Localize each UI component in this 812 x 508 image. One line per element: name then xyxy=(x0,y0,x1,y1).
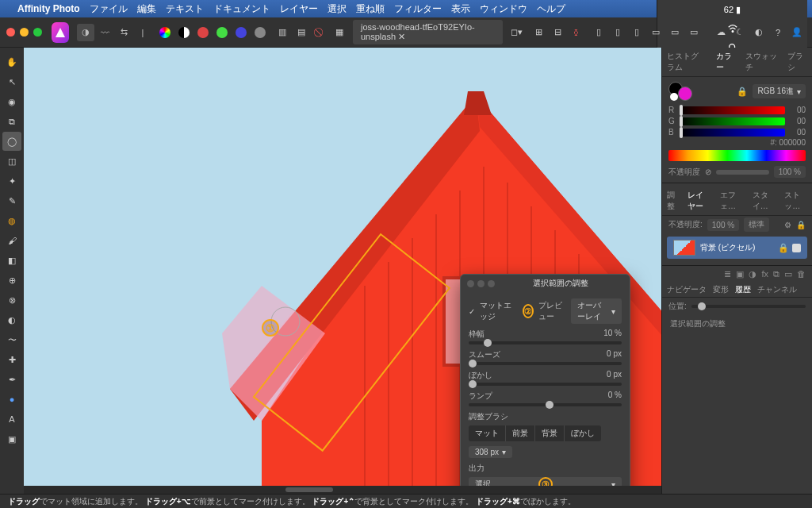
bottom-panel-tabs[interactable]: ナビゲータ 変形 履歴 チャンネル xyxy=(662,283,812,298)
blend-mode-dropdown[interactable]: 標準 xyxy=(744,217,769,232)
hue-strip[interactable] xyxy=(668,150,806,161)
swatch-tool-icon[interactable]: ▣ xyxy=(2,429,21,448)
swatch-red-icon[interactable] xyxy=(194,24,212,41)
flood-select-tool-icon[interactable]: ✦ xyxy=(2,171,21,190)
liquify-persona-icon[interactable]: 〰 xyxy=(96,24,113,41)
menu-select[interactable]: 選択 xyxy=(327,2,347,16)
r-slider[interactable]: R00 xyxy=(668,106,806,114)
history-item[interactable]: 選択範囲の調整 xyxy=(662,315,812,333)
dodge-tool-icon[interactable]: ◐ xyxy=(2,310,21,329)
minimize-window-icon[interactable] xyxy=(20,28,29,37)
layers-panel-tabs[interactable]: 調整 レイヤー エフェ… スタイ… ストッ… xyxy=(662,187,812,216)
brush-tool-icon[interactable]: ✎ xyxy=(2,191,21,210)
layer-lock-icon[interactable]: 🔒 xyxy=(796,221,806,229)
align-middle-icon[interactable]: ▭ xyxy=(666,24,684,41)
dialog-window-controls[interactable] xyxy=(467,280,495,287)
selection-brush-tool-icon[interactable]: ◯ xyxy=(2,132,21,151)
hex-value[interactable]: #: 000000 xyxy=(668,138,806,147)
matte-edge-checkbox[interactable]: ✓ xyxy=(469,307,475,316)
fg-bg-color-icon[interactable] xyxy=(668,82,694,101)
autolevels-icon[interactable]: ▥ xyxy=(274,24,291,41)
adjust-icon[interactable]: ◑ xyxy=(749,269,756,279)
menu-text[interactable]: テキスト xyxy=(166,2,204,16)
color-panel-tabs[interactable]: ヒストグラム カラー スウォッチ ブラシ xyxy=(662,48,812,77)
account-icon[interactable]: 👤 xyxy=(788,24,806,41)
fill-tool-icon[interactable]: ◍ xyxy=(2,211,21,230)
crop-tool-icon[interactable]: ⧉ xyxy=(2,112,21,131)
develop-persona-icon[interactable]: ⇆ xyxy=(115,24,132,41)
menu-help[interactable]: ヘルプ xyxy=(537,2,565,16)
close-window-icon[interactable] xyxy=(6,28,15,37)
erase-tool-icon[interactable]: ◧ xyxy=(2,251,21,270)
window-controls[interactable] xyxy=(6,28,42,37)
clone-tool-icon[interactable]: ⊕ xyxy=(2,271,21,290)
pen-tool-icon[interactable]: ✒ xyxy=(2,370,21,389)
shape-tool-icon[interactable]: ● xyxy=(2,390,21,409)
fx-icon[interactable]: fx xyxy=(761,269,768,279)
brush-mode-segment[interactable]: マット 前景 背景 ぼかし xyxy=(469,425,601,441)
swatch-bw-icon[interactable] xyxy=(175,24,193,41)
assistant-icon[interactable]: ☾ xyxy=(731,24,749,41)
color-lock-icon[interactable]: 🔒 xyxy=(737,87,748,97)
menu-document[interactable]: ドキュメント xyxy=(213,2,270,16)
autocontrast-icon[interactable]: ▤ xyxy=(293,24,310,41)
swatch-grey-icon[interactable] xyxy=(251,24,269,41)
document-tab[interactable]: joss-woodhead-tfEoT92EYIo-unsplash ✕ xyxy=(353,20,503,44)
layer-opacity-dropdown[interactable]: 100 % xyxy=(707,219,739,231)
opacity-value[interactable]: 100 % xyxy=(774,166,806,178)
swatch-blue-icon[interactable] xyxy=(232,24,250,41)
align-left-icon[interactable]: ▯ xyxy=(590,24,607,41)
document-canvas[interactable]: ① 選択範囲の調整 ✓ マットエッジ ② プレビュー オーバーレイ▾ xyxy=(24,48,661,486)
mask-icon[interactable]: ▣ xyxy=(736,269,744,279)
snap-grid-icon[interactable]: ⊞ xyxy=(530,24,547,41)
layer-row[interactable]: 背景 (ピクセル) 🔒 xyxy=(667,237,807,259)
align-bottom-icon[interactable]: ▭ xyxy=(685,24,703,41)
color-mode-dropdown[interactable]: RGB 16進 ▾ xyxy=(753,84,806,98)
menu-arrange[interactable]: 重ね順 xyxy=(356,2,385,16)
border-width-slider[interactable]: 枠幅10 % xyxy=(469,329,622,344)
toggle-icon[interactable]: ▦ xyxy=(331,24,348,41)
g-slider[interactable]: G00 xyxy=(668,117,806,125)
menu-filter[interactable]: フィルター xyxy=(394,2,442,16)
group-icon[interactable]: ▭ xyxy=(784,269,792,279)
opacity-slider[interactable] xyxy=(716,170,769,175)
swatch-green-icon[interactable] xyxy=(213,24,231,41)
smooth-slider[interactable]: スムーズ0 px xyxy=(469,349,622,365)
persona-switcher[interactable]: ◑ 〰 ⇆ | xyxy=(77,24,151,41)
app-menu[interactable]: Affinity Photo xyxy=(17,3,80,14)
mask-mode-icon[interactable]: ◻︎▾ xyxy=(508,24,525,41)
layer-lock-indicator-icon[interactable]: 🔒 xyxy=(778,243,789,253)
b-slider[interactable]: B00 xyxy=(668,128,806,137)
stamp-tool-icon[interactable]: ⊗ xyxy=(2,291,21,310)
snap-magnet-icon[interactable]: ⧲ xyxy=(568,24,585,41)
smudge-tool-icon[interactable]: 〜 xyxy=(2,330,21,349)
help-icon[interactable]: ? xyxy=(769,24,787,41)
crop-panel-icon[interactable]: ⧉ xyxy=(773,269,779,279)
text-tool-icon[interactable]: A xyxy=(2,410,21,429)
color-picker-tool-icon[interactable]: ◉ xyxy=(2,92,21,111)
trash-icon[interactable]: 🗑 xyxy=(797,269,806,279)
addon-icon[interactable]: ◐ xyxy=(750,24,768,41)
align-center-icon[interactable]: ▯ xyxy=(609,24,626,41)
heal-tool-icon[interactable]: ✚ xyxy=(2,350,21,369)
canvas-h-scrollbar[interactable] xyxy=(24,486,661,494)
opacity-none-icon[interactable]: ⊘ xyxy=(705,167,711,176)
stock-icon[interactable]: ☁︎ xyxy=(712,24,730,41)
history-slider[interactable] xyxy=(691,305,806,308)
menu-layer[interactable]: レイヤー xyxy=(280,2,318,16)
menu-view[interactable]: 表示 xyxy=(451,2,470,16)
paint-tool-icon[interactable]: 🖌 xyxy=(2,231,21,250)
zoom-window-icon[interactable] xyxy=(33,28,42,37)
marquee-tool-icon[interactable]: ◫ xyxy=(2,152,21,171)
menu-edit[interactable]: 編集 xyxy=(137,2,156,16)
swatch-picker-icon[interactable] xyxy=(156,24,174,41)
snap-guides-icon[interactable]: ⊟ xyxy=(549,24,566,41)
no-selection-icon[interactable]: ⃠ xyxy=(312,24,329,41)
menu-window[interactable]: ウィンドウ xyxy=(480,2,527,16)
move-tool-icon[interactable]: ↖ xyxy=(2,72,21,91)
align-right-icon[interactable]: ▯ xyxy=(628,24,645,41)
brush-size-dropdown[interactable]: 308 px ▾ xyxy=(469,446,512,458)
output-dropdown[interactable]: 選択▾ xyxy=(469,477,622,486)
layer-visible-checkbox[interactable] xyxy=(792,244,801,252)
menu-file[interactable]: ファイル xyxy=(90,2,128,16)
